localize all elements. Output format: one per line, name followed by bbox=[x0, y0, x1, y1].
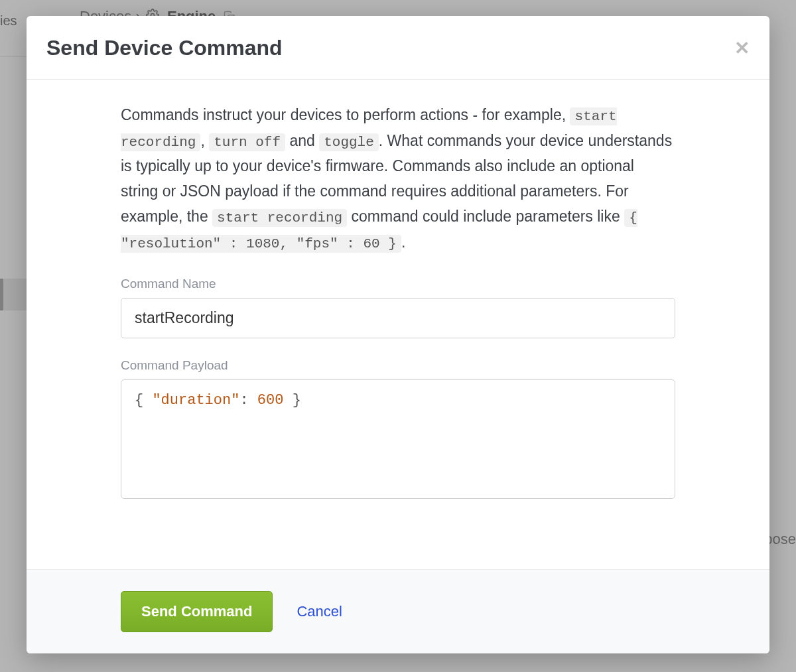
payload-token-number: 600 bbox=[257, 392, 284, 409]
desc-text: Commands instruct your devices to perfor… bbox=[121, 106, 570, 123]
code-example-2: turn off bbox=[209, 133, 285, 151]
modal-header: Send Device Command ✕ bbox=[27, 16, 769, 80]
modal-body: Commands instruct your devices to perfor… bbox=[27, 80, 769, 569]
send-command-button[interactable]: Send Command bbox=[121, 591, 273, 632]
command-name-label: Command Name bbox=[121, 277, 675, 291]
payload-token-brace: } bbox=[283, 392, 300, 409]
modal-title: Send Device Command bbox=[46, 36, 283, 60]
code-example-3: toggle bbox=[319, 133, 379, 151]
payload-token-key: "duration" bbox=[152, 392, 239, 409]
payload-token-brace: { bbox=[135, 392, 152, 409]
command-name-input[interactable] bbox=[121, 298, 675, 338]
cancel-button[interactable]: Cancel bbox=[297, 603, 342, 620]
command-payload-label: Command Payload bbox=[121, 358, 675, 373]
desc-text: and bbox=[285, 132, 319, 149]
desc-text: , bbox=[200, 132, 209, 149]
desc-text: command could include parameters like bbox=[347, 208, 624, 225]
desc-text: . bbox=[401, 234, 405, 251]
modal-description: Commands instruct your devices to perfor… bbox=[121, 103, 675, 255]
modal-footer: Send Command Cancel bbox=[27, 569, 769, 653]
payload-token-colon: : bbox=[239, 392, 257, 409]
close-icon[interactable]: ✕ bbox=[734, 39, 750, 58]
send-command-modal: Send Device Command ✕ Commands instruct … bbox=[27, 16, 769, 653]
command-payload-input[interactable]: { "duration": 600 } bbox=[121, 379, 675, 499]
code-example-4: start recording bbox=[212, 209, 347, 227]
